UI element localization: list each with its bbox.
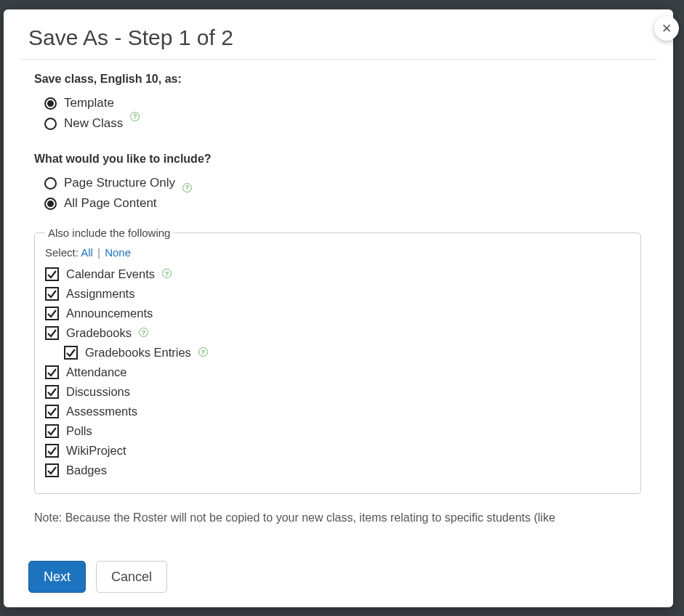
radio-new-class[interactable] [44,118,57,130]
save-as-modal: ✕ Save As - Step 1 of 2 Save class, Engl… [4,9,673,607]
select-label: Select: [45,246,79,259]
help-icon[interactable]: ? [139,328,148,337]
checkbox-assignments-label: Assignments [66,287,134,301]
next-button[interactable]: Next [28,561,86,593]
select-none-link[interactable]: None [105,246,131,259]
help-icon[interactable]: ? [130,112,140,121]
checkbox-badges-label: Badges [66,463,107,477]
modal-footer: Next Cancel [4,549,673,607]
save-as-prompt: Save class, English 10, as: [34,73,641,86]
select-all-none-line: Select: All | None [45,243,630,264]
radio-all-content-label: All Page Content [64,196,157,211]
help-icon[interactable]: ? [198,347,208,357]
modal-body-scroll[interactable]: Save class, English 10, as: Template New… [4,60,670,549]
radio-template-label: Template [64,96,114,110]
select-separator: | [97,246,100,259]
roster-note: Note: Because the Roster will not be cop… [34,510,641,526]
checkbox-attendance[interactable] [45,365,59,379]
checkbox-gradebooks-entries-label: Gradebooks Entries [85,346,191,360]
radio-structure-only-label: Page Structure Only [64,176,175,190]
checkbox-assessments-label: Assessments [66,405,137,418]
modal-title: Save As - Step 1 of 2 [4,9,673,59]
checkbox-gradebooks-entries[interactable] [64,346,78,360]
checkbox-gradebooks[interactable] [45,326,59,340]
checkbox-assessments[interactable] [45,405,59,418]
checkbox-calendar-events-label: Calendar Events [66,267,155,281]
also-include-fieldset: Also include the following Select: All |… [34,227,641,494]
cancel-button[interactable]: Cancel [96,561,167,593]
include-prompt: What would you like to include? [34,153,641,166]
checkbox-calendar-events[interactable] [45,267,59,281]
checkbox-discussions[interactable] [45,385,59,399]
checkbox-wikiproject-label: WikiProject [66,444,126,458]
close-icon: ✕ [661,23,672,35]
radio-template[interactable] [44,97,57,110]
radio-all-content[interactable] [44,198,57,210]
checkbox-polls-label: Polls [66,424,92,438]
checkbox-badges[interactable] [45,463,59,477]
checkbox-wikiproject[interactable] [45,444,59,458]
checkbox-polls[interactable] [45,424,59,438]
close-button[interactable]: ✕ [654,16,679,41]
select-all-link[interactable]: All [81,246,93,259]
help-icon[interactable]: ? [162,269,172,278]
help-icon[interactable]: ? [182,183,192,192]
checkbox-announcements[interactable] [45,307,59,320]
checkbox-announcements-label: Announcements [66,307,153,320]
checkbox-assignments[interactable] [45,287,59,301]
checkbox-gradebooks-label: Gradebooks [66,326,132,340]
also-include-legend: Also include the following [45,227,173,239]
save-as-radio-group: Template New Class ? [34,93,641,134]
checkbox-discussions-label: Discussions [66,385,130,399]
radio-structure-only[interactable] [44,177,57,190]
include-radio-group: Page Structure Only ? All Page Content [34,173,641,214]
radio-new-class-label: New Class [64,116,123,131]
checkbox-attendance-label: Attendance [66,365,126,379]
